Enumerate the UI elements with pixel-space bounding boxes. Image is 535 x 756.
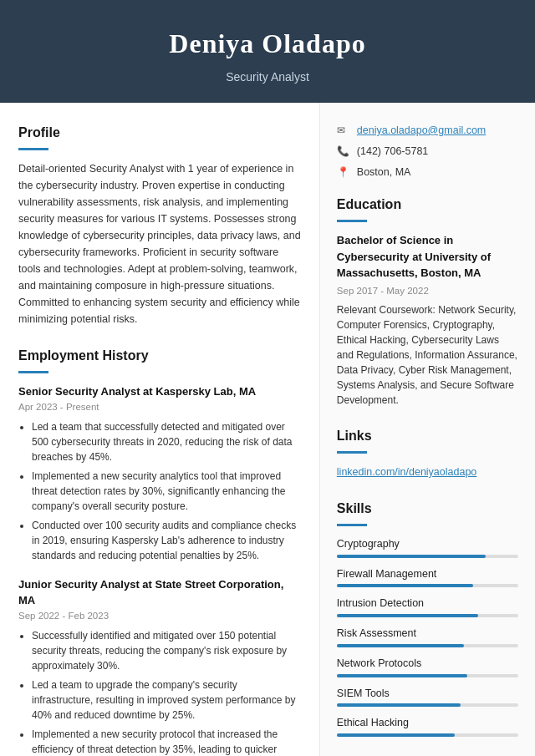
skill-name-2: Intrusion Detection [337, 596, 518, 611]
education-date-1: Sep 2017 - May 2022 [337, 284, 518, 298]
job-block-2: Junior Security Analyst at State Street … [18, 576, 301, 756]
education-coursework-1: Relevant Coursework: Network Security, C… [337, 302, 518, 408]
education-item-1: Bachelor of Science in Cybersecurity at … [337, 232, 518, 408]
job-bullets-2: Successfully identified and mitigated ov… [32, 628, 301, 756]
contact-section: ✉ deniya.oladapo@gmail.com 📞 (142) 706-5… [337, 123, 518, 180]
candidate-name: Deniya Oladapo [17, 23, 518, 63]
job-title-1: Senior Security Analyst at Kaspersky Lab… [18, 383, 301, 400]
skill-name-0: Cryptography [337, 536, 518, 552]
email-icon: ✉ [337, 123, 352, 138]
location-icon: 📍 [337, 165, 352, 180]
bullet-1-2: Implemented a new security analytics too… [32, 469, 301, 514]
skills-divider [337, 524, 367, 526]
skill-bar-bg-0 [337, 555, 518, 558]
skill-bar-bg-4 [337, 674, 518, 677]
skills-section: Skills Cryptography Firewall Management … [337, 499, 518, 737]
job-title-2: Junior Security Analyst at State Street … [18, 576, 301, 609]
job-block-1: Senior Security Analyst at Kaspersky Lab… [18, 383, 301, 563]
skill-bar-fill-6 [337, 733, 455, 737]
profile-divider [18, 148, 48, 150]
contact-location: Boston, MA [357, 165, 411, 180]
bullet-1-3: Conducted over 100 security audits and c… [32, 518, 301, 563]
profile-text: Detail-oriented Security Analyst with 1 … [18, 160, 301, 327]
skill-item-6: Ethical Hacking [337, 715, 518, 737]
profile-title: Profile [18, 123, 301, 143]
skill-item-0: Cryptography [337, 536, 518, 558]
contact-phone: (142) 706-5781 [357, 144, 428, 160]
contact-phone-item: 📞 (142) 706-5781 [337, 144, 518, 160]
job-date-2: Sep 2022 - Feb 2023 [18, 609, 301, 623]
profile-section: Profile Detail-oriented Security Analyst… [18, 123, 301, 327]
skill-bar-fill-5 [337, 703, 461, 707]
employment-divider [18, 371, 48, 373]
education-degree-1: Bachelor of Science in Cybersecurity at … [337, 232, 518, 282]
contact-email-item: ✉ deniya.oladapo@gmail.com [337, 123, 518, 139]
skill-item-2: Intrusion Detection [337, 596, 518, 617]
skill-bar-fill-0 [337, 555, 486, 558]
main-content: Profile Detail-oriented Security Analyst… [0, 103, 535, 756]
skill-bar-bg-1 [337, 584, 518, 587]
skill-bar-fill-1 [337, 584, 473, 587]
employment-title: Employment History [18, 346, 301, 366]
links-divider [337, 451, 367, 454]
skill-bar-bg-2 [337, 614, 518, 617]
skill-bar-fill-2 [337, 614, 478, 617]
skill-bar-fill-4 [337, 674, 467, 677]
skill-name-3: Risk Assessment [337, 626, 518, 642]
skill-name-4: Network Protocols [337, 656, 518, 672]
education-divider [337, 220, 367, 222]
link-item-1[interactable]: linkedin.com/in/deniyaoladapo [337, 466, 476, 478]
bullet-2-3: Implemented a new security protocol that… [32, 727, 301, 756]
contact-location-item: 📍 Boston, MA [337, 165, 518, 180]
skill-item-3: Risk Assessment [337, 626, 518, 647]
skill-item-4: Network Protocols [337, 656, 518, 677]
bullet-2-2: Led a team to upgrade the company's secu… [32, 677, 301, 723]
resume-header: Deniya Oladapo Security Analyst [0, 0, 535, 103]
skill-item-1: Firewall Management [337, 566, 518, 588]
employment-section: Employment History Senior Security Analy… [18, 346, 301, 756]
left-column: Profile Detail-oriented Security Analyst… [0, 103, 320, 756]
education-title: Education [337, 195, 518, 215]
skill-bar-fill-3 [337, 644, 464, 647]
job-date-1: Apr 2023 - Present [18, 400, 301, 414]
skill-bar-bg-6 [337, 733, 518, 737]
phone-icon: 📞 [337, 144, 352, 159]
skill-item-5: SIEM Tools [337, 686, 518, 708]
skills-title: Skills [337, 499, 518, 519]
skill-name-6: Ethical Hacking [337, 715, 518, 731]
candidate-subtitle: Security Analyst [17, 68, 518, 86]
right-column: ✉ deniya.oladapo@gmail.com 📞 (142) 706-5… [320, 103, 535, 756]
links-section: Links linkedin.com/in/deniyaoladapo [337, 426, 518, 480]
education-section: Education Bachelor of Science in Cyberse… [337, 195, 518, 408]
skill-name-5: SIEM Tools [337, 686, 518, 702]
skill-name-1: Firewall Management [337, 566, 518, 582]
bullet-1-1: Led a team that successfully detected an… [32, 419, 301, 464]
bullet-2-1: Successfully identified and mitigated ov… [32, 628, 301, 673]
skill-bar-bg-5 [337, 703, 518, 707]
job-bullets-1: Led a team that successfully detected an… [32, 419, 301, 563]
contact-email[interactable]: deniya.oladapo@gmail.com [357, 123, 486, 139]
skill-bar-bg-3 [337, 644, 518, 647]
links-title: Links [337, 426, 518, 446]
